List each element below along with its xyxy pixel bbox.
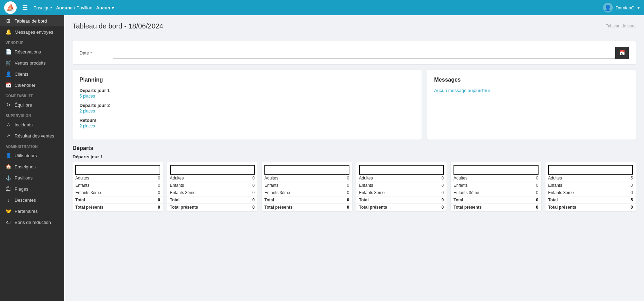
sidebar-item-ventes[interactable]: 🛒Ventes produits	[0, 57, 64, 68]
planning-row-sub-0: 5 places	[79, 94, 415, 99]
hamburger-button[interactable]: ☰	[22, 4, 28, 11]
dept-cell-label-3-4: Total présents	[356, 204, 430, 211]
dept-row-4-3: Total0	[451, 197, 541, 204]
departs-subsection-title: Départs jour 1	[73, 154, 636, 159]
departs-section-title: Départs	[73, 145, 636, 151]
sidebar-item-utilisateurs[interactable]: 👤Utilisateurs	[0, 150, 64, 161]
dept-cell-value-4-4: 0	[524, 204, 541, 211]
dept-cell-label-4-4: Total présents	[451, 204, 524, 211]
dept-cell-value-2-4: 0	[335, 204, 352, 211]
dept-row-2-4: Total présents0	[262, 204, 352, 211]
enseigne-selector[interactable]: Enseigne : Aucune / Pavillon : Aucun ▾	[33, 5, 114, 10]
sidebar: ⊞Tableau de bord🔔Messages envoyés VENDEU…	[0, 15, 64, 301]
sidebar-item-descentes[interactable]: ↓Descentes	[0, 194, 64, 206]
dept-cell-value-4-1: 0	[524, 182, 541, 189]
sidebar-item-incidents[interactable]: △Incidents	[0, 119, 64, 130]
sidebar-item-clients[interactable]: 👤Clients	[0, 68, 64, 80]
sidebar-item-enseignes[interactable]: 🏠Enseignes	[0, 161, 64, 172]
dept-row-3-1: Enfants0	[356, 182, 447, 189]
dept-cell-label-1-2: Enfants 3ème	[167, 189, 240, 197]
sidebar-item-tableau[interactable]: ⊞Tableau de bord	[0, 15, 64, 26]
sidebar-label-reservations: Réservations	[15, 49, 41, 55]
equilibre-icon: ↻	[6, 102, 11, 108]
descentes-icon: ↓	[6, 197, 11, 203]
dept-cell-value-1-2: 0	[240, 189, 257, 197]
dept-cell-label-3-3: Total	[356, 197, 430, 204]
date-label: Date *	[79, 50, 107, 56]
sidebar-label-bons: Bons de réduction	[15, 220, 51, 225]
sidebar-label-descentes: Descentes	[15, 198, 36, 203]
dept-cell-value-0-2: 0	[146, 189, 163, 197]
sidebar-item-calendrier[interactable]: 📅Calendrier	[0, 80, 64, 91]
sidebar-item-messages[interactable]: 🔔Messages envoyés	[0, 26, 64, 37]
sidebar-item-equilibre[interactable]: ↻Équilibre	[0, 99, 64, 110]
dept-cell-label-1-4: Total présents	[167, 204, 240, 211]
planning-row-title-1: Départs jour 2	[79, 103, 415, 108]
dept-card-table-3: Adultes0Enfants0Enfants 3ème0Total0Total…	[356, 175, 447, 211]
dept-card-table-4: Adultes0Enfants0Enfants 3ème0Total0Total…	[451, 175, 541, 211]
dept-card-3: Adultes0Enfants0Enfants 3ème0Total0Total…	[356, 162, 447, 211]
dept-row-3-2: Enfants 3ème0	[356, 189, 447, 197]
dept-row-3-3: Total0	[356, 197, 447, 204]
dept-cell-value-5-3: 5	[619, 197, 636, 204]
dept-cell-label-4-0: Adultes	[451, 175, 524, 182]
dept-card-table-0: Adultes0Enfants0Enfants 3ème0Total0Total…	[73, 175, 163, 211]
sidebar-item-pavillons[interactable]: ⚓Pavillons	[0, 172, 64, 183]
user-dropdown-icon: ▾	[637, 5, 640, 10]
dept-card-header-5	[548, 165, 633, 175]
departs-section: Départs Départs jour 1 Adultes0Enfants0E…	[73, 145, 636, 211]
user-name: DamienG	[616, 5, 635, 10]
dept-row-1-3: Total0	[167, 197, 258, 204]
dept-row-0-1: Enfants0	[73, 182, 163, 189]
clients-icon: 👤	[6, 71, 11, 77]
dept-cell-value-3-4: 0	[430, 204, 447, 211]
dept-row-1-2: Enfants 3ème0	[167, 189, 258, 197]
sidebar-label-pavillons: Pavillons	[15, 175, 33, 181]
dept-cell-value-5-1: 0	[619, 182, 636, 189]
messages-title: Messages	[434, 77, 629, 83]
dept-row-1-1: Enfants0	[167, 182, 258, 189]
dept-cell-label-2-1: Enfants	[262, 182, 335, 189]
sidebar-item-partenaires[interactable]: 🤝Partenaires	[0, 206, 64, 217]
sidebar-item-bons[interactable]: 🏷Bons de réduction	[0, 217, 64, 228]
dept-cell-value-1-3: 0	[240, 197, 257, 204]
dept-cell-label-1-3: Total	[167, 197, 240, 204]
date-input-wrapper: 📅	[113, 47, 629, 59]
dept-cell-value-2-3: 0	[335, 197, 352, 204]
dept-card-table-1: Adultes0Enfants0Enfants 3ème0Total0Total…	[167, 175, 258, 211]
dept-row-1-4: Total présents0	[167, 204, 258, 211]
dept-cell-label-0-0: Adultes	[73, 175, 146, 182]
planning-card: Planning Départs jour 15 placesDéparts j…	[73, 70, 422, 140]
dept-cell-label-1-1: Enfants	[167, 182, 240, 189]
dept-card-header-2	[264, 165, 349, 175]
date-input[interactable]	[113, 47, 615, 59]
messages-card: Messages Aucun message aujourd'hui	[427, 70, 636, 140]
dept-row-4-2: Enfants 3ème0	[451, 189, 541, 197]
sidebar-item-resultat[interactable]: ↗Résultat des ventes	[0, 130, 64, 141]
sidebar-label-tableau: Tableau de bord	[15, 18, 47, 24]
sidebar-item-plages[interactable]: ⛱Plages	[0, 183, 64, 194]
dept-cell-value-3-2: 0	[430, 189, 447, 197]
dept-cell-label-2-3: Total	[262, 197, 335, 204]
dept-card-header-3	[359, 165, 444, 175]
sidebar-item-reservations[interactable]: 📄Réservations	[0, 46, 64, 57]
planning-column: Planning Départs jour 15 placesDéparts j…	[73, 70, 422, 140]
sidebar-label-clients: Clients	[15, 72, 28, 77]
dept-cell-label-0-3: Total	[73, 197, 146, 204]
dept-cell-value-1-0: 0	[240, 175, 257, 182]
enseigne-label: Enseigne :	[33, 5, 54, 10]
dept-cell-label-5-0: Adultes	[545, 175, 619, 182]
enseignes-icon: 🏠	[6, 164, 11, 169]
logo: ⛵	[4, 1, 17, 14]
dept-card-header-1	[170, 165, 255, 175]
dept-cell-value-1-4: 0	[240, 204, 257, 211]
user-menu[interactable]: 👤 DamienG ▾	[603, 3, 640, 12]
bons-icon: 🏷	[6, 219, 11, 225]
calendar-button[interactable]: 📅	[615, 47, 629, 59]
planning-row-title-2: Retours	[79, 118, 415, 123]
dept-cell-label-2-2: Enfants 3ème	[262, 189, 335, 197]
sidebar-label-calendrier: Calendrier	[15, 83, 35, 88]
dept-cell-label-3-2: Enfants 3ème	[356, 189, 430, 197]
incidents-icon: △	[6, 122, 11, 127]
pavillon-value: Aucun	[96, 5, 110, 10]
